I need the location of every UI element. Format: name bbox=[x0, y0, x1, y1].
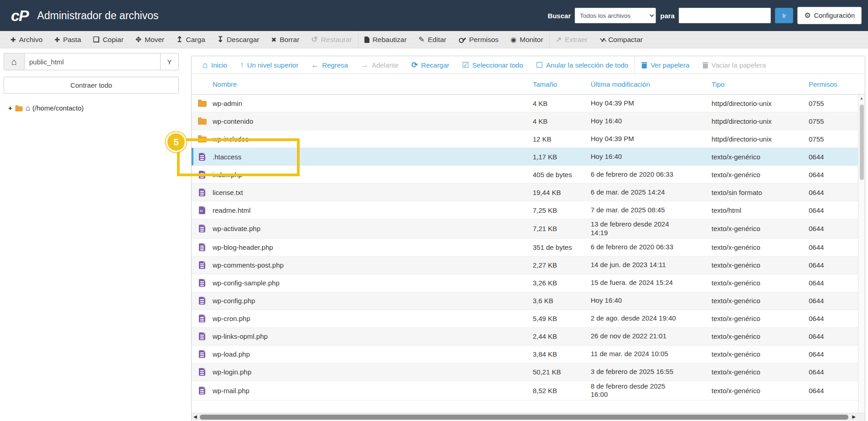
table-row[interactable]: wp-comments-post.php 2,27 KB 14 de jun. … bbox=[192, 257, 858, 274]
file-name[interactable]: license.txt bbox=[213, 189, 533, 196]
toolbar-button[interactable]: Extraer bbox=[550, 31, 593, 48]
file-type: httpd/directorio-unix bbox=[712, 100, 809, 107]
file-modified: Hoy 16:40 bbox=[591, 117, 712, 126]
column-header-size[interactable]: Tamaño bbox=[533, 80, 591, 88]
home-directory-button[interactable] bbox=[4, 53, 25, 70]
table-row[interactable]: .htaccess 1,17 KB Hoy 16:40 texto/x-gené… bbox=[192, 148, 858, 166]
filehtml-icon bbox=[199, 206, 205, 214]
toolbar-button[interactable]: Editar bbox=[413, 31, 452, 48]
file-name[interactable]: wp-includes bbox=[213, 135, 533, 143]
file-name[interactable]: wp-admin bbox=[213, 100, 533, 107]
search-input[interactable] bbox=[679, 8, 771, 23]
file-modified: Hoy 16:40 bbox=[591, 153, 712, 161]
toolbar-button[interactable]: Copiar bbox=[87, 31, 130, 48]
file-icon bbox=[199, 225, 205, 232]
table-row[interactable]: index.php 405 de bytes 6 de febrero de 2… bbox=[192, 166, 858, 184]
table-row[interactable]: wp-cron.php 5,49 KB 2 de ago. desde 2024… bbox=[192, 310, 858, 328]
path-go-button[interactable]: Y bbox=[161, 53, 179, 70]
nav-button[interactable]: Ver papelera bbox=[634, 56, 696, 74]
home-icon bbox=[11, 57, 17, 66]
file-name[interactable]: wp-config.php bbox=[213, 297, 533, 305]
nav-button[interactable]: Inicio bbox=[196, 56, 234, 74]
file-name[interactable]: index.php bbox=[213, 171, 533, 179]
toolbar-button[interactable]: Archivo bbox=[5, 31, 48, 48]
column-header-modified[interactable]: Última modificación bbox=[591, 80, 712, 88]
nav-button[interactable]: Un nivel superior bbox=[234, 56, 305, 74]
file-name[interactable]: wp-load.php bbox=[213, 350, 533, 358]
move-icon bbox=[135, 36, 141, 43]
toolbar-button[interactable]: Restaurar bbox=[305, 31, 358, 48]
vertical-scrollbar-thumb[interactable] bbox=[860, 105, 864, 180]
file-name[interactable]: .htaccess bbox=[213, 153, 533, 161]
column-header-type[interactable]: Tipo bbox=[712, 80, 809, 88]
table-row[interactable]: wp-load.php 3,84 KB 11 de mar. de 2024 1… bbox=[192, 346, 858, 363]
collapse-all-button[interactable]: Contraer todo bbox=[4, 77, 179, 94]
nav-button[interactable]: Anular la selección de todo bbox=[530, 56, 634, 74]
up-icon bbox=[240, 61, 244, 69]
vertical-scrollbar[interactable]: ▲ ▼ bbox=[858, 95, 865, 421]
nav-button[interactable]: Adelante bbox=[354, 56, 405, 74]
file-name[interactable]: wp-mail.php bbox=[213, 387, 533, 395]
file-name[interactable]: wp-contenido bbox=[213, 117, 533, 125]
table-row[interactable]: license.txt 19,44 KB 6 de mar. de 2025 1… bbox=[192, 184, 858, 201]
table-row[interactable]: wp-contenido 4 KB Hoy 16:40 httpd/direct… bbox=[192, 112, 858, 130]
table-row[interactable]: wp-admin 4 KB Hoy 04:39 PM httpd/directo… bbox=[192, 95, 858, 112]
file-name[interactable]: wp-login.php bbox=[213, 368, 533, 376]
pencil-icon bbox=[419, 36, 425, 43]
horizontal-scrollbar[interactable]: ◀ ▶ bbox=[192, 413, 865, 421]
scroll-left-icon[interactable]: ◀ bbox=[193, 414, 197, 419]
toolbar-button[interactable]: Monitor bbox=[504, 31, 550, 48]
nav-button-label: Adelante bbox=[372, 61, 399, 69]
file-name[interactable]: readme.html bbox=[213, 206, 533, 214]
file-name[interactable]: wp-config-sample.php bbox=[213, 279, 533, 287]
nav-button[interactable]: Recargar bbox=[405, 56, 456, 74]
column-header-name[interactable]: Nombre bbox=[213, 80, 533, 88]
nav-button[interactable]: Regresa bbox=[305, 56, 354, 74]
table-row[interactable]: wp-blog-header.php 351 de bytes 6 de feb… bbox=[192, 239, 858, 257]
nav-button[interactable]: Seleccionar todo bbox=[456, 56, 530, 74]
table-row[interactable]: wp-config.php 3,6 KB Hoy 16:40 texto/x-g… bbox=[192, 292, 858, 310]
file-modified: Hoy 04:39 PM bbox=[591, 99, 712, 108]
file-name[interactable]: wp-links-opml.php bbox=[213, 332, 533, 340]
toolbar-button[interactable]: Carga bbox=[170, 31, 211, 48]
file-modified: 15 de fuera. de 2024 15:24 bbox=[591, 279, 712, 287]
toolbar-button[interactable]: Rebautizar bbox=[359, 31, 413, 48]
file-type: texto/x-genérico bbox=[712, 368, 809, 376]
toolbar-button[interactable]: Descargar bbox=[211, 31, 265, 48]
search-go-button[interactable]: Ir bbox=[775, 8, 793, 23]
tree-root-item[interactable]: + (/home/contacto) bbox=[4, 104, 179, 112]
table-row[interactable]: wp-login.php 50,21 KB 3 de febrero de 20… bbox=[192, 363, 858, 381]
file-size: 50,21 KB bbox=[533, 368, 591, 376]
table-row[interactable]: readme.html 7,25 KB 7 de mar. de 2025 08… bbox=[192, 201, 858, 219]
toolbar-button[interactable]: Pasta bbox=[48, 31, 87, 48]
table-row[interactable]: wp-activate.php 7,21 KB 13 de febrero de… bbox=[192, 219, 858, 239]
toolbar-button[interactable]: Mover bbox=[130, 31, 170, 48]
column-header-perms[interactable]: Permisos bbox=[809, 80, 865, 88]
toolbar-button[interactable]: Permisos bbox=[452, 31, 505, 48]
table-row[interactable]: wp-mail.php 8,52 KB 8 de febrero desde 2… bbox=[192, 381, 858, 401]
file-icon bbox=[199, 332, 205, 340]
left-icon bbox=[311, 61, 319, 69]
file-name[interactable]: wp-cron.php bbox=[213, 315, 533, 322]
table-row[interactable]: wp-links-opml.php 2,44 KB 26 de nov de 2… bbox=[192, 328, 858, 346]
horizontal-scrollbar-thumb[interactable] bbox=[200, 415, 848, 420]
file-size: 5,49 KB bbox=[533, 315, 591, 322]
file-name[interactable]: wp-comments-post.php bbox=[213, 261, 533, 269]
nav-button[interactable]: Vaciar la papelera bbox=[696, 56, 773, 74]
toolbar-button-label: Editar bbox=[428, 36, 447, 44]
search-label: Buscar bbox=[548, 12, 571, 20]
scroll-up-icon[interactable]: ▲ bbox=[858, 96, 865, 100]
copy-icon bbox=[93, 36, 99, 43]
table-row[interactable]: wp-includes 12 KB Hoy 04:39 PM httpd/dir… bbox=[192, 130, 858, 148]
table-row[interactable]: wp-config-sample.php 3,26 KB 15 de fuera… bbox=[192, 274, 858, 292]
settings-button[interactable]: Configuración bbox=[797, 7, 862, 24]
toolbar-button[interactable]: Compactar bbox=[593, 31, 649, 48]
file-name[interactable]: wp-blog-header.php bbox=[213, 243, 533, 251]
toolbar-button[interactable]: Borrar bbox=[265, 31, 306, 48]
file-name[interactable]: wp-activate.php bbox=[213, 225, 533, 232]
search-scope-select[interactable]: Todos los archivos bbox=[575, 8, 656, 23]
nav-button-label: Un nivel superior bbox=[247, 61, 299, 69]
scroll-right-icon[interactable]: ▶ bbox=[852, 414, 856, 419]
tree-expand-icon[interactable]: + bbox=[8, 104, 12, 112]
path-input[interactable] bbox=[25, 53, 161, 70]
